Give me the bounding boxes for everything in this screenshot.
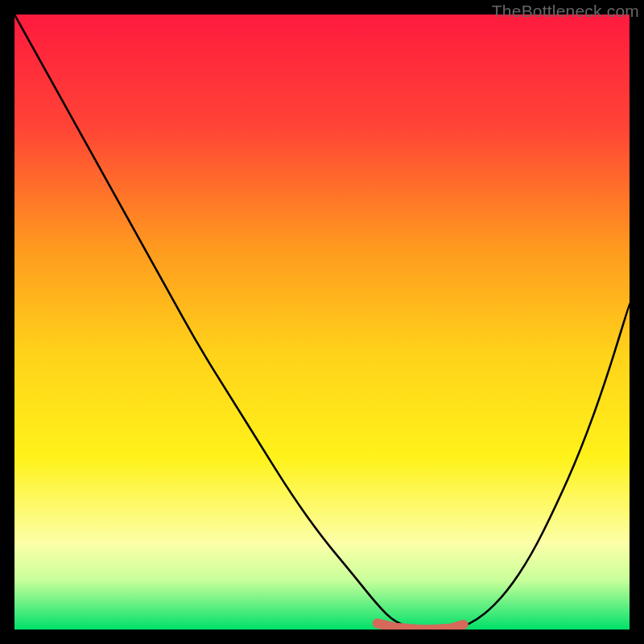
watermark-text: TheBottleneck.com xyxy=(492,2,639,21)
bottleneck-chart xyxy=(14,14,630,630)
chart-frame xyxy=(14,14,630,630)
